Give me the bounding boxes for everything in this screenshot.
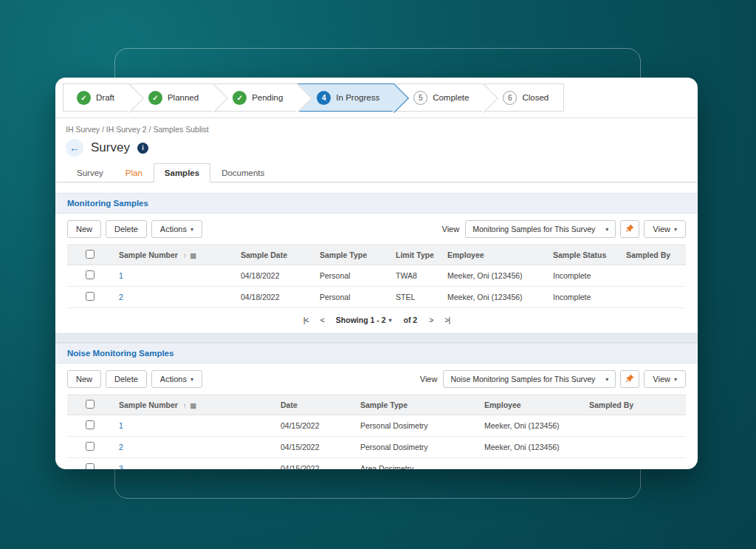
workflow-stepper: ✓ Draft ✓ Planned ✓ Pending 4 In Progres…: [63, 83, 690, 112]
noise-toolbar: New Delete Actions ▾ View Noise Monitori…: [55, 364, 698, 395]
pin-view-button[interactable]: [620, 370, 639, 388]
prev-page-icon[interactable]: <: [320, 316, 324, 324]
col-employee[interactable]: Employee: [441, 245, 547, 265]
step-number-badge: 6: [503, 91, 517, 105]
actions-button[interactable]: Actions ▾: [151, 220, 202, 238]
info-icon[interactable]: i: [137, 143, 148, 154]
step-label: In Progress: [336, 93, 379, 102]
cell-sampled-by: [620, 265, 686, 287]
table-row: 2 04/15/2022 Personal Dosimetry Meeker, …: [67, 437, 686, 458]
step-in-progress[interactable]: 4 In Progress: [298, 83, 394, 112]
row-checkbox[interactable]: [86, 292, 94, 301]
cell-sampled-by: [583, 458, 686, 470]
new-button[interactable]: New: [67, 370, 101, 388]
monitoring-section-title: Monitoring Samples: [55, 193, 698, 214]
cell-date: 04/15/2022: [275, 415, 354, 437]
select-all-checkbox[interactable]: [86, 250, 94, 259]
tab-samples[interactable]: Samples: [154, 163, 210, 183]
actions-label: Actions: [160, 375, 187, 383]
tab-survey[interactable]: Survey: [66, 163, 114, 183]
col-date[interactable]: Date: [275, 395, 354, 415]
col-limit-type[interactable]: Limit Type: [390, 245, 441, 265]
sample-number-link[interactable]: 3: [119, 464, 123, 469]
view-select-value: Monitoring Samples for This Survey: [472, 225, 595, 233]
cell-employee: [478, 458, 583, 470]
breadcrumb[interactable]: IH Survey / IH Survey 2 / Samples Sublis…: [55, 118, 698, 135]
view-menu-button[interactable]: View ▾: [644, 370, 686, 388]
check-icon: ✓: [148, 91, 162, 105]
view-select-value: Noise Monitoring Samples for This Survey: [450, 375, 595, 383]
view-select[interactable]: Noise Monitoring Samples for This Survey…: [443, 370, 616, 388]
cell-limit-type: TWA8: [390, 265, 441, 287]
page-title: Survey: [91, 140, 130, 155]
check-icon: ✓: [233, 91, 247, 105]
cell-sample-status: Incomplete: [547, 265, 620, 287]
col-label: Sample Number: [119, 400, 178, 409]
sample-number-link[interactable]: 2: [119, 443, 123, 451]
select-all-checkbox[interactable]: [86, 400, 94, 409]
col-sample-type[interactable]: Sample Type: [314, 245, 390, 265]
row-checkbox[interactable]: [86, 463, 94, 469]
row-checkbox[interactable]: [86, 420, 94, 429]
chevron-down-icon: ▾: [190, 376, 193, 383]
column-menu-icon[interactable]: ▤: [190, 252, 196, 259]
col-sample-number[interactable]: Sample Number ↑ ▤: [113, 245, 235, 265]
step-label: Draft: [96, 93, 114, 102]
sample-number-link[interactable]: 2: [119, 293, 123, 301]
last-page-icon[interactable]: >|: [444, 316, 450, 324]
col-employee[interactable]: Employee: [478, 395, 583, 415]
view-select[interactable]: Monitoring Samples for This Survey ▾: [465, 220, 616, 238]
cell-sample-date: 04/18/2022: [235, 265, 314, 287]
next-page-icon[interactable]: >: [429, 316, 433, 324]
delete-button[interactable]: Delete: [106, 220, 147, 238]
new-button[interactable]: New: [67, 220, 101, 238]
view-menu-button[interactable]: View ▾: [644, 220, 686, 238]
pin-view-button[interactable]: [620, 220, 639, 238]
view-menu-label: View: [653, 225, 670, 233]
cell-sample-date: 04/18/2022: [235, 287, 314, 308]
actions-label: Actions: [160, 225, 187, 233]
cell-employee: Meeker, Oni (123456): [441, 265, 547, 287]
col-sample-type[interactable]: Sample Type: [354, 395, 478, 415]
showing-range-label: Showing 1 - 2: [336, 316, 386, 324]
pin-icon: [625, 223, 634, 236]
col-sample-number[interactable]: Sample Number ↑ ▤: [113, 395, 275, 415]
table-row: 1 04/15/2022 Personal Dosimetry Meeker, …: [67, 415, 686, 437]
tab-documents[interactable]: Documents: [210, 163, 275, 183]
cell-sample-type: Personal Dosimetry: [354, 415, 478, 437]
col-sampled-by[interactable]: Sampled By: [620, 245, 686, 265]
col-sample-status[interactable]: Sample Status: [547, 245, 620, 265]
step-label: Pending: [252, 93, 283, 102]
sample-number-link[interactable]: 1: [119, 271, 123, 280]
tab-plan[interactable]: Plan: [114, 163, 154, 183]
cell-sample-type: Personal: [314, 287, 390, 308]
actions-button[interactable]: Actions ▾: [151, 370, 202, 388]
noise-samples-table: Sample Number ↑ ▤ Date Sample Type Emplo…: [67, 395, 686, 469]
cell-date: 04/15/2022: [275, 458, 354, 470]
showing-range-dropdown[interactable]: Showing 1 - 2 ▾: [336, 316, 392, 324]
column-menu-icon[interactable]: ▤: [190, 402, 196, 409]
pagination: |< < Showing 1 - 2 ▾ of 2 > >|: [55, 308, 698, 333]
monitoring-samples-table: Sample Number ↑ ▤ Sample Date Sample Typ…: [67, 245, 686, 308]
table-row: 3 04/15/2022 Area Dosimetry: [67, 458, 686, 470]
stepper-bar: ✓ Draft ✓ Planned ✓ Pending 4 In Progres…: [55, 78, 698, 118]
sort-asc-icon[interactable]: ↑: [183, 402, 187, 409]
sort-asc-icon[interactable]: ↑: [183, 252, 187, 259]
row-checkbox[interactable]: [86, 270, 94, 279]
cell-employee: Meeker, Oni (123456): [478, 415, 583, 437]
delete-button[interactable]: Delete: [106, 370, 147, 388]
cell-sampled-by: [620, 287, 686, 308]
first-page-icon[interactable]: |<: [303, 316, 309, 324]
row-checkbox[interactable]: [86, 442, 94, 451]
back-button[interactable]: ←: [66, 139, 83, 157]
table-header-row: Sample Number ↑ ▤ Sample Date Sample Typ…: [67, 245, 686, 265]
chevron-down-icon: ▾: [674, 376, 677, 383]
tab-bar: Survey Plan Samples Documents: [55, 163, 698, 183]
col-sampled-by[interactable]: Sampled By: [583, 395, 686, 415]
sample-number-link[interactable]: 1: [119, 421, 123, 430]
table-row: 1 04/18/2022 Personal TWA8 Meeker, Oni (…: [67, 265, 686, 287]
total-pages-label: of 2: [404, 316, 418, 324]
cell-sampled-by: [583, 415, 686, 437]
step-draft[interactable]: ✓ Draft: [63, 83, 129, 112]
col-sample-date[interactable]: Sample Date: [235, 245, 314, 265]
